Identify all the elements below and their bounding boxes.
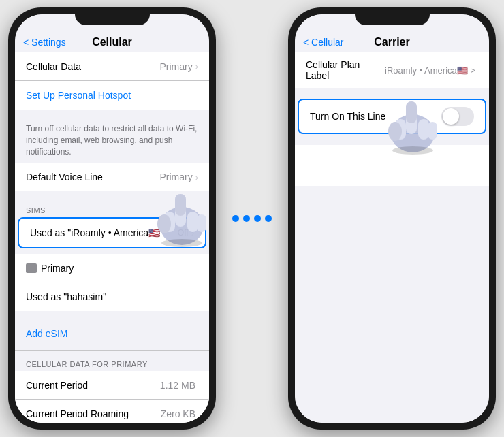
primary-sim-row[interactable]: Primary <box>15 254 209 282</box>
current-period-roaming-label: Current Period Roaming <box>26 408 161 419</box>
voice-list-group: Default Voice Line Primary › <box>15 163 209 191</box>
plan-label-group: Cellular Plan Label iRoamly • America🇺🇸 … <box>295 52 489 88</box>
hahasim-label: Used as "hahasim" <box>26 291 198 302</box>
hahasim-row[interactable]: Used as "hahasim" <box>15 282 209 311</box>
scene: < Settings Cellular Cellular Data Primar… <box>0 0 504 437</box>
dots-connector <box>232 215 272 222</box>
current-period-row: Current Period 1.12 MB <box>15 371 209 400</box>
page-title-right: Carrier <box>374 36 409 48</box>
sim-list-group: Primary Used as "hahasim" <box>15 254 209 311</box>
back-button-right[interactable]: < Cellular <box>303 37 344 48</box>
add-esim-row[interactable]: Add eSIM <box>15 322 209 351</box>
personal-hotspot-row[interactable]: Set Up Personal Hotspot <box>15 81 209 110</box>
cellular-data-label: Cellular Data <box>26 61 159 72</box>
sim-icon <box>26 263 37 273</box>
left-phone: < Settings Cellular Cellular Data Primar… <box>8 7 216 430</box>
default-voice-row[interactable]: Default Voice Line Primary › <box>15 163 209 191</box>
empty-section <box>295 145 489 186</box>
iroamly-label: Used as "iRoamly • America🇺🇸" <box>30 227 178 238</box>
iroamly-row[interactable]: Used as "iRoamly • America🇺🇸" Off › <box>19 218 205 247</box>
right-content: Cellular Plan Label iRoamly • America🇺🇸 … <box>295 52 489 423</box>
turn-on-highlighted[interactable]: Turn On This Line <box>298 99 486 134</box>
notch-left <box>75 7 150 25</box>
add-esim-label: Add eSIM <box>26 328 67 339</box>
wifi-description: Turn off cellular data to restrict all d… <box>15 120 209 163</box>
current-period-label: Current Period <box>26 380 160 391</box>
notch-right <box>355 7 430 25</box>
cellular-data-value: Primary <box>159 61 192 72</box>
cellular-data-chevron: › <box>195 61 198 71</box>
turn-on-row[interactable]: Turn On This Line <box>299 100 485 133</box>
turn-on-toggle[interactable] <box>441 107 474 126</box>
cellular-plan-value: iRoamly • America🇺🇸 > <box>385 65 475 76</box>
data-stats-group: Current Period 1.12 MB Current Period Ro… <box>15 371 209 423</box>
default-voice-chevron: › <box>195 172 198 182</box>
iroamly-chevron: › <box>191 228 194 238</box>
turn-on-label: Turn On This Line <box>310 111 441 122</box>
cellular-data-primary-header: CELLULAR DATA FOR PRIMARY <box>15 356 209 371</box>
sims-header: SIMs <box>15 202 209 217</box>
cellular-plan-label: Cellular Plan Label <box>306 59 385 81</box>
dot-3 <box>254 215 261 222</box>
right-phone: < Cellular Carrier Cellular Plan Label i… <box>288 7 496 430</box>
highlighted-sim-row[interactable]: Used as "iRoamly • America🇺🇸" Off › <box>18 217 206 248</box>
toggle-container[interactable] <box>441 107 474 126</box>
right-screen: < Cellular Carrier Cellular Plan Label i… <box>295 14 489 423</box>
current-period-value: 1.12 MB <box>160 380 195 391</box>
cellular-plan-label-row[interactable]: Cellular Plan Label iRoamly • America🇺🇸 … <box>295 52 489 88</box>
dot-1 <box>232 215 239 222</box>
personal-hotspot-label: Set Up Personal Hotspot <box>26 90 131 101</box>
off-label: Off <box>178 228 189 238</box>
cellular-data-row[interactable]: Cellular Data Primary › <box>15 52 209 81</box>
page-title-left: Cellular <box>92 36 132 48</box>
default-voice-label: Default Voice Line <box>26 172 159 182</box>
left-screen: < Settings Cellular Cellular Data Primar… <box>15 14 209 423</box>
default-voice-value: Primary <box>159 172 192 182</box>
dot-2 <box>243 215 250 222</box>
back-button-left[interactable]: < Settings <box>23 37 66 48</box>
dot-4 <box>265 215 272 222</box>
left-content: Cellular Data Primary › Set Up Personal … <box>15 52 209 423</box>
current-period-roaming-row: Current Period Roaming Zero KB <box>15 400 209 423</box>
top-list-group: Cellular Data Primary › Set Up Personal … <box>15 52 209 110</box>
primary-sim-label: Primary <box>41 263 198 274</box>
current-period-roaming-value: Zero KB <box>161 408 195 419</box>
